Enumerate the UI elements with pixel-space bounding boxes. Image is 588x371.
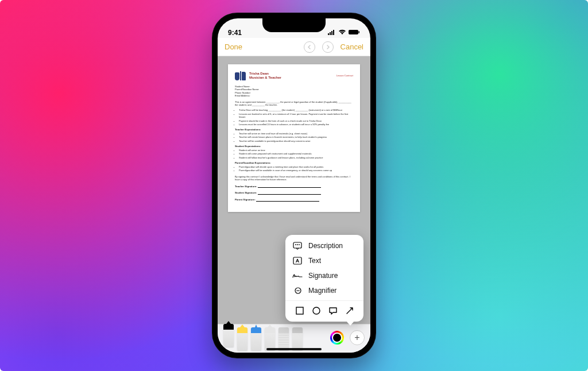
ruler-tool[interactable] [292,327,303,350]
eraser-tool[interactable] [265,327,275,350]
menu-label: Signature [308,272,338,280]
sig-parent: Parent Signature: [235,198,353,202]
student-exp: Student will come prepared with instrume… [239,152,353,155]
wallpaper: 9:41 Done Cancel [0,0,588,371]
field-email: Email Address: [235,94,353,97]
svg-rect-5 [359,31,360,33]
term: Lessons must be cancelled 24 hours in ad… [239,123,353,126]
shape-circle[interactable] [311,306,322,316]
signature-icon [292,272,303,280]
highlighter-tool[interactable] [237,327,247,350]
color-picker-button[interactable] [330,331,344,345]
svg-point-8 [297,244,298,245]
svg-point-9 [299,244,300,245]
home-indicator[interactable] [266,348,322,350]
term: Trisha Dean will be teaching __________ … [239,109,353,111]
lasso-tool[interactable] [278,327,289,350]
svg-point-7 [295,244,296,245]
undo-button[interactable] [304,41,315,53]
menu-label: Text [308,257,321,265]
student-exp-heading: Student Expectations: [235,145,353,148]
teacher-exp: Teacher will be available to parent/guar… [239,140,353,142]
pen-tool[interactable] [223,324,234,347]
sig-teacher: Teacher Signature: [235,185,353,188]
sig-student: Student Signature: [235,191,353,195]
shape-square[interactable] [295,306,305,316]
svg-rect-6 [293,242,301,248]
wifi-icon [338,29,346,37]
parent-exp: Parent/guardian will be available in cas… [239,169,353,172]
status-time: 9:41 [228,29,242,37]
svg-rect-10 [293,257,301,264]
student-exp: Student will arrive on time [239,149,353,152]
term: Payment should be made in the form of ca… [239,119,353,122]
menu-label: Description [308,242,343,250]
teacher-exp: Teacher will arrive on time and have all… [239,132,353,135]
svg-rect-4 [349,30,358,34]
document-page[interactable]: Trisha Dean Musician & Teacher Lesson Co… [228,64,360,212]
doc-title-2: Musician & Teacher [249,76,281,80]
teacher-exp-heading: Teacher Expectations: [235,128,353,132]
add-button[interactable]: + [350,330,365,345]
redo-button[interactable] [322,41,334,53]
text-icon [292,257,303,265]
done-button[interactable]: Done [225,42,242,51]
student-exp: Student will follow teacher's guidance a… [239,156,353,159]
markup-navbar: Done Cancel [218,38,370,56]
menu-text[interactable]: Text [285,253,363,268]
svg-rect-12 [296,307,303,314]
parent-exp-heading: Parent/Guardian Expectations: [235,161,353,165]
parent-exp: Parent/guardian will decide upon a meeti… [239,165,353,168]
cellular-icon [328,29,336,37]
term: Lessons are booked in sets of 6, at a mi… [239,113,353,119]
document-logo [235,71,246,80]
magnifier-icon [292,287,303,295]
doc-badge: Lesson Contract [336,74,353,77]
menu-signature[interactable]: Signature [285,268,363,283]
svg-rect-1 [330,32,331,35]
status-indicators [328,29,360,37]
add-menu-popover: Description Text Signature Magnifier [285,235,363,322]
svg-rect-0 [328,33,329,35]
notch [262,18,326,32]
screen: 9:41 Done Cancel [218,18,370,353]
teacher-exp: Teacher will create lesson plans in 6-we… [239,136,353,138]
sign-ack: By signing this contract I acknowledge t… [235,175,353,181]
svg-rect-2 [331,31,332,35]
menu-magnifier[interactable]: Magnifier [285,283,363,298]
shape-arrow[interactable] [345,306,355,316]
svg-rect-3 [333,30,334,35]
battery-icon [349,29,360,37]
iphone-frame: 9:41 Done Cancel [212,13,376,358]
cancel-button[interactable]: Cancel [341,42,363,51]
menu-label: Magnifier [308,287,336,295]
shape-speech-bubble[interactable] [328,306,338,316]
menu-description[interactable]: Description [285,238,363,253]
pencil-tool[interactable] [251,327,261,350]
description-icon [292,242,303,250]
doc-title-1: Trisha Dean [249,72,281,76]
svg-point-13 [313,307,320,314]
agreement-text: This is an agreement between __________,… [235,101,353,107]
